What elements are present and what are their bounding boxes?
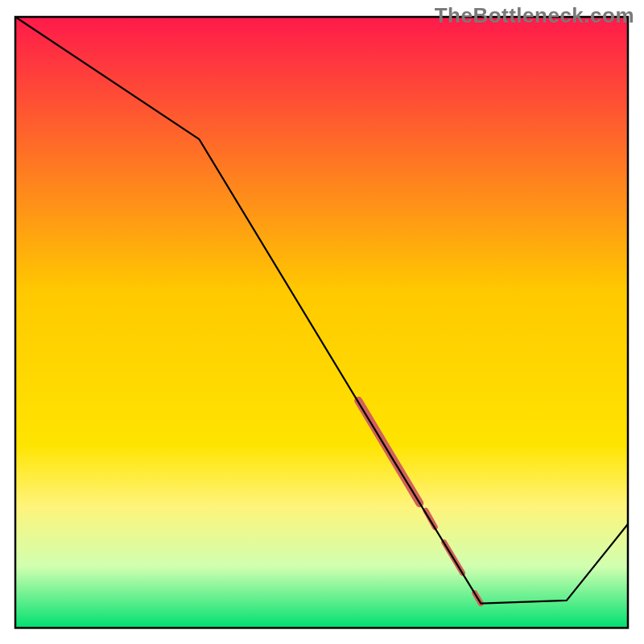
attribution-text: TheBottleneck.com [435, 3, 634, 28]
plot-background [15, 17, 628, 628]
chart-svg [0, 0, 644, 644]
bottleneck-chart: TheBottleneck.com [0, 0, 644, 644]
